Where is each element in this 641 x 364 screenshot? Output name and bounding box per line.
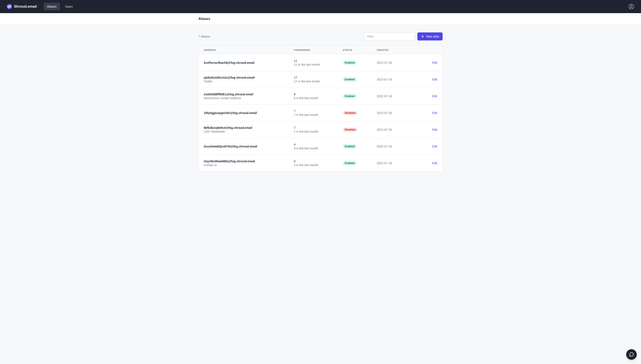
cell-address: 2svf5sroc5kach8@fog.shroud.email bbox=[199, 54, 289, 71]
col-header-status: Status bbox=[338, 46, 372, 54]
navbar-right bbox=[628, 4, 634, 10]
brand[interactable]: Shroud.email bbox=[7, 4, 37, 9]
filter-input[interactable] bbox=[364, 32, 415, 40]
forwarded-count: 4 bbox=[294, 143, 333, 146]
cell-created: 2022-07-16 bbox=[372, 88, 416, 105]
cell-created: 2022-07-16 bbox=[372, 71, 416, 88]
alias-address: 1bfyegjpuzpgm3dr@fog.shroud.email bbox=[204, 111, 284, 114]
table-header-row: Address Forwarded Status Created bbox=[199, 46, 442, 54]
new-alias-button[interactable]: New alias bbox=[417, 32, 443, 40]
status-badge: Enabled bbox=[343, 161, 357, 165]
status-badge: Enabled bbox=[343, 77, 357, 82]
alias-address: 2svf5sroc5kach8@fog.shroud.email bbox=[204, 61, 284, 64]
navbar: Shroud.email Aliases Spam bbox=[0, 0, 641, 13]
navbar-left: Shroud.email Aliases Spam bbox=[7, 3, 76, 10]
aliases-table: Address Forwarded Status Created 2svf5sr… bbox=[199, 46, 442, 172]
cell-address: e1eb0358lff93k1@fog.shroud.emailAnonymou… bbox=[199, 88, 289, 105]
new-alias-label: New alias bbox=[426, 35, 439, 38]
created-date: 2022-07-16 bbox=[377, 162, 392, 165]
svg-point-2 bbox=[630, 5, 632, 6]
edit-link[interactable]: Edit bbox=[432, 162, 437, 165]
table-row: 6kfb3bzxj6e8s4@fog.shroud.email1337 News… bbox=[199, 122, 442, 138]
cell-created: 2022-07-16 bbox=[372, 105, 416, 122]
plus-icon bbox=[421, 34, 425, 38]
cell-action: Edit bbox=[416, 155, 443, 172]
forwarded-count: 5 bbox=[294, 160, 333, 163]
cell-action: Edit bbox=[416, 71, 443, 88]
alias-address: 6kfb3bzxj6e8s4@fog.shroud.email bbox=[204, 126, 284, 130]
table-row: 1bfyegjpuzpgm3dr@fog.shroud.email77 in t… bbox=[199, 105, 442, 122]
cell-forwarded: 44 in the last month bbox=[289, 138, 338, 155]
nav-links: Aliases Spam bbox=[44, 3, 76, 10]
cell-action: Edit bbox=[416, 138, 443, 155]
created-date: 2022-07-16 bbox=[377, 61, 392, 64]
edit-link[interactable]: Edit bbox=[432, 111, 437, 114]
cell-address: 2nuuhww83jzs874t@fog.shroud.email bbox=[199, 138, 289, 155]
table-row: rkyy45x06aek8kb@fog.shroud.emaile-shop.c… bbox=[199, 155, 442, 172]
cell-address: 6kfb3bzxj6e8s4@fog.shroud.email1337 News… bbox=[199, 122, 289, 138]
cell-action: Edit bbox=[416, 105, 443, 122]
page-title: Aliases bbox=[198, 17, 443, 21]
table-row: e1eb0358lff93k1@fog.shroud.emailAnonymou… bbox=[199, 88, 442, 105]
alias-address: rkyy45x06aek8kb@fog.shroud.email bbox=[204, 160, 284, 163]
cell-address: 1bfyegjpuzpgm3dr@fog.shroud.email bbox=[199, 105, 289, 122]
status-badge: Disabled bbox=[343, 111, 358, 115]
alias-label: e-shop.co bbox=[204, 163, 284, 167]
forwarded-subtext: 7 in the last month bbox=[294, 130, 333, 133]
cell-action: Edit bbox=[416, 88, 443, 105]
cell-status: Enabled bbox=[338, 155, 372, 172]
forwarded-count: 11 bbox=[294, 59, 333, 62]
cell-forwarded: 77 in the last month bbox=[289, 105, 338, 122]
edit-link[interactable]: Edit bbox=[432, 128, 437, 131]
forwarded-subtext: 6 in the last month bbox=[294, 96, 333, 100]
cell-created: 2022-07-16 bbox=[372, 138, 416, 155]
cell-created: 2022-07-16 bbox=[372, 122, 416, 138]
cell-created: 2022-07-16 bbox=[372, 54, 416, 71]
created-date: 2022-07-16 bbox=[377, 78, 392, 81]
created-date: 2022-07-16 bbox=[377, 111, 392, 114]
alias-label: 1337 Newsletter bbox=[204, 130, 284, 133]
cell-address: q2dod1mt5zx12u@fog.shroud.emailTwitter bbox=[199, 71, 289, 88]
forwarded-subtext: 5 in the last month bbox=[294, 163, 333, 167]
nav-aliases[interactable]: Aliases bbox=[44, 3, 60, 10]
status-badge: Enabled bbox=[343, 94, 357, 98]
page-header: Aliases bbox=[0, 13, 641, 25]
table-row: q2dod1mt5zx12u@fog.shroud.emailTwitter17… bbox=[199, 71, 442, 88]
brand-name: Shroud.email bbox=[14, 4, 37, 9]
cell-forwarded: 66 in the last month bbox=[289, 88, 338, 105]
col-header-forwarded: Forwarded bbox=[289, 46, 338, 54]
cell-status: Enabled bbox=[338, 88, 372, 105]
created-date: 2022-07-16 bbox=[377, 145, 392, 148]
brand-logo-icon bbox=[7, 4, 12, 9]
created-date: 2022-07-16 bbox=[377, 128, 392, 131]
alias-label: Twitter bbox=[204, 80, 284, 83]
col-header-action bbox=[416, 46, 443, 54]
forwarded-count: 6 bbox=[294, 92, 333, 96]
status-badge: Enabled bbox=[343, 144, 357, 148]
cell-status: Enabled bbox=[338, 54, 372, 71]
cell-address: rkyy45x06aek8kb@fog.shroud.emaile-shop.c… bbox=[199, 155, 289, 172]
col-header-address: Address bbox=[199, 46, 289, 54]
cell-status: Disabled bbox=[338, 105, 372, 122]
forwarded-subtext: 11 in the last month bbox=[294, 63, 333, 66]
cell-status: Enabled bbox=[338, 71, 372, 88]
cell-action: Edit bbox=[416, 54, 443, 71]
alias-address: e1eb0358lff93k1@fog.shroud.email bbox=[204, 92, 284, 96]
edit-link[interactable]: Edit bbox=[432, 78, 437, 81]
user-menu-icon[interactable] bbox=[628, 4, 634, 10]
forwarded-subtext: 17 in the last month bbox=[294, 80, 333, 83]
status-badge: Disabled bbox=[343, 128, 358, 132]
edit-link[interactable]: Edit bbox=[432, 61, 437, 64]
table-row: 2nuuhww83jzs874t@fog.shroud.email44 in t… bbox=[199, 138, 442, 155]
edit-link[interactable]: Edit bbox=[432, 145, 437, 148]
nav-spam[interactable]: Spam bbox=[62, 3, 76, 10]
cell-status: Enabled bbox=[338, 138, 372, 155]
cell-action: Edit bbox=[416, 122, 443, 138]
cell-created: 2022-07-16 bbox=[372, 155, 416, 172]
forwarded-count: 17 bbox=[294, 76, 333, 79]
forwarded-count: 7 bbox=[294, 126, 333, 130]
table-row: 2svf5sroc5kach8@fog.shroud.email1111 in … bbox=[199, 54, 442, 71]
alias-address: q2dod1mt5zx12u@fog.shroud.email bbox=[204, 76, 284, 79]
edit-link[interactable]: Edit bbox=[432, 94, 437, 98]
cell-status: Disabled bbox=[338, 122, 372, 138]
